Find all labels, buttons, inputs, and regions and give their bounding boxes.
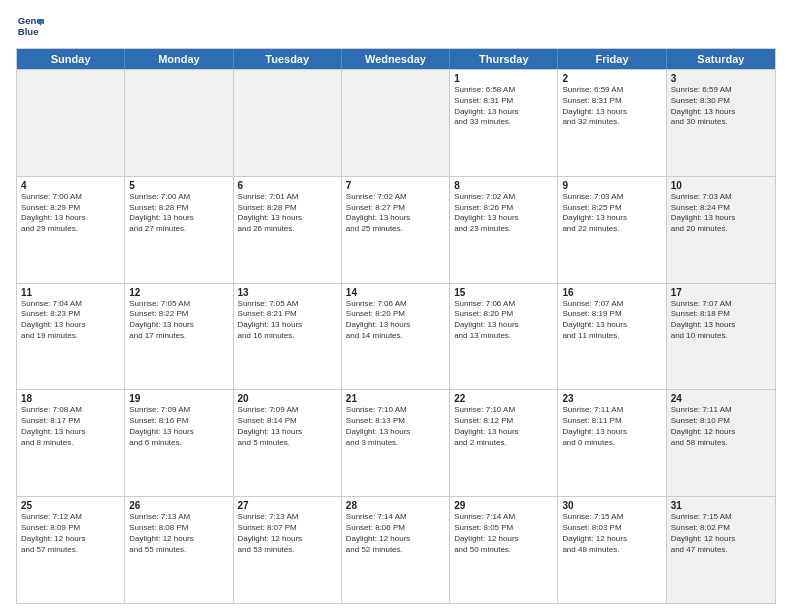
day-number: 3 <box>671 73 771 84</box>
day-number: 6 <box>238 180 337 191</box>
day-number: 11 <box>21 287 120 298</box>
page: General Blue SundayMondayTuesdayWednesda… <box>0 0 792 612</box>
calendar-cell: 8Sunrise: 7:02 AM Sunset: 8:26 PM Daylig… <box>450 177 558 283</box>
day-info: Sunrise: 7:05 AM Sunset: 8:22 PM Dayligh… <box>129 299 228 342</box>
day-number: 29 <box>454 500 553 511</box>
calendar-cell: 9Sunrise: 7:03 AM Sunset: 8:25 PM Daylig… <box>558 177 666 283</box>
day-info: Sunrise: 7:11 AM Sunset: 8:11 PM Dayligh… <box>562 405 661 448</box>
day-info: Sunrise: 6:58 AM Sunset: 8:31 PM Dayligh… <box>454 85 553 128</box>
day-number: 21 <box>346 393 445 404</box>
calendar-row: 25Sunrise: 7:12 AM Sunset: 8:09 PM Dayli… <box>17 496 775 603</box>
weekday-header: Sunday <box>17 49 125 69</box>
calendar-cell: 22Sunrise: 7:10 AM Sunset: 8:12 PM Dayli… <box>450 390 558 496</box>
day-info: Sunrise: 7:13 AM Sunset: 8:07 PM Dayligh… <box>238 512 337 555</box>
calendar-cell: 15Sunrise: 7:06 AM Sunset: 8:20 PM Dayli… <box>450 284 558 390</box>
weekday-header: Saturday <box>667 49 775 69</box>
day-info: Sunrise: 7:00 AM Sunset: 8:28 PM Dayligh… <box>129 192 228 235</box>
day-number: 23 <box>562 393 661 404</box>
calendar-cell: 1Sunrise: 6:58 AM Sunset: 8:31 PM Daylig… <box>450 70 558 176</box>
day-number: 12 <box>129 287 228 298</box>
calendar-cell: 13Sunrise: 7:05 AM Sunset: 8:21 PM Dayli… <box>234 284 342 390</box>
calendar-cell: 25Sunrise: 7:12 AM Sunset: 8:09 PM Dayli… <box>17 497 125 603</box>
day-info: Sunrise: 7:07 AM Sunset: 8:18 PM Dayligh… <box>671 299 771 342</box>
calendar-cell: 21Sunrise: 7:10 AM Sunset: 8:13 PM Dayli… <box>342 390 450 496</box>
calendar-row: 18Sunrise: 7:08 AM Sunset: 8:17 PM Dayli… <box>17 389 775 496</box>
calendar-cell: 18Sunrise: 7:08 AM Sunset: 8:17 PM Dayli… <box>17 390 125 496</box>
calendar-cell <box>234 70 342 176</box>
day-info: Sunrise: 7:02 AM Sunset: 8:27 PM Dayligh… <box>346 192 445 235</box>
calendar-cell: 14Sunrise: 7:06 AM Sunset: 8:20 PM Dayli… <box>342 284 450 390</box>
calendar-cell: 3Sunrise: 6:59 AM Sunset: 8:30 PM Daylig… <box>667 70 775 176</box>
day-number: 1 <box>454 73 553 84</box>
calendar-cell: 19Sunrise: 7:09 AM Sunset: 8:16 PM Dayli… <box>125 390 233 496</box>
day-info: Sunrise: 7:13 AM Sunset: 8:08 PM Dayligh… <box>129 512 228 555</box>
day-number: 7 <box>346 180 445 191</box>
calendar-cell: 10Sunrise: 7:03 AM Sunset: 8:24 PM Dayli… <box>667 177 775 283</box>
weekday-header: Tuesday <box>234 49 342 69</box>
calendar-header: SundayMondayTuesdayWednesdayThursdayFrid… <box>17 49 775 69</box>
weekday-header: Wednesday <box>342 49 450 69</box>
day-info: Sunrise: 6:59 AM Sunset: 8:30 PM Dayligh… <box>671 85 771 128</box>
day-number: 15 <box>454 287 553 298</box>
day-number: 5 <box>129 180 228 191</box>
logo: General Blue <box>16 12 44 40</box>
day-info: Sunrise: 7:06 AM Sunset: 8:20 PM Dayligh… <box>454 299 553 342</box>
day-info: Sunrise: 7:14 AM Sunset: 8:05 PM Dayligh… <box>454 512 553 555</box>
day-info: Sunrise: 7:09 AM Sunset: 8:16 PM Dayligh… <box>129 405 228 448</box>
calendar-cell: 26Sunrise: 7:13 AM Sunset: 8:08 PM Dayli… <box>125 497 233 603</box>
day-number: 10 <box>671 180 771 191</box>
calendar-row: 11Sunrise: 7:04 AM Sunset: 8:23 PM Dayli… <box>17 283 775 390</box>
calendar-cell: 27Sunrise: 7:13 AM Sunset: 8:07 PM Dayli… <box>234 497 342 603</box>
day-info: Sunrise: 7:00 AM Sunset: 8:29 PM Dayligh… <box>21 192 120 235</box>
day-info: Sunrise: 7:14 AM Sunset: 8:06 PM Dayligh… <box>346 512 445 555</box>
calendar-cell <box>342 70 450 176</box>
day-info: Sunrise: 7:15 AM Sunset: 8:03 PM Dayligh… <box>562 512 661 555</box>
day-number: 27 <box>238 500 337 511</box>
day-number: 30 <box>562 500 661 511</box>
day-info: Sunrise: 7:07 AM Sunset: 8:19 PM Dayligh… <box>562 299 661 342</box>
day-number: 9 <box>562 180 661 191</box>
calendar-cell: 20Sunrise: 7:09 AM Sunset: 8:14 PM Dayli… <box>234 390 342 496</box>
calendar-cell: 7Sunrise: 7:02 AM Sunset: 8:27 PM Daylig… <box>342 177 450 283</box>
calendar-cell: 11Sunrise: 7:04 AM Sunset: 8:23 PM Dayli… <box>17 284 125 390</box>
day-number: 8 <box>454 180 553 191</box>
day-info: Sunrise: 7:06 AM Sunset: 8:20 PM Dayligh… <box>346 299 445 342</box>
calendar-row: 1Sunrise: 6:58 AM Sunset: 8:31 PM Daylig… <box>17 69 775 176</box>
day-number: 22 <box>454 393 553 404</box>
calendar-cell: 28Sunrise: 7:14 AM Sunset: 8:06 PM Dayli… <box>342 497 450 603</box>
calendar-cell: 4Sunrise: 7:00 AM Sunset: 8:29 PM Daylig… <box>17 177 125 283</box>
calendar-cell: 17Sunrise: 7:07 AM Sunset: 8:18 PM Dayli… <box>667 284 775 390</box>
day-number: 13 <box>238 287 337 298</box>
calendar-cell: 6Sunrise: 7:01 AM Sunset: 8:28 PM Daylig… <box>234 177 342 283</box>
calendar-body: 1Sunrise: 6:58 AM Sunset: 8:31 PM Daylig… <box>17 69 775 603</box>
day-number: 17 <box>671 287 771 298</box>
day-info: Sunrise: 7:12 AM Sunset: 8:09 PM Dayligh… <box>21 512 120 555</box>
calendar-cell: 24Sunrise: 7:11 AM Sunset: 8:10 PM Dayli… <box>667 390 775 496</box>
day-info: Sunrise: 7:02 AM Sunset: 8:26 PM Dayligh… <box>454 192 553 235</box>
calendar-cell: 2Sunrise: 6:59 AM Sunset: 8:31 PM Daylig… <box>558 70 666 176</box>
day-info: Sunrise: 7:03 AM Sunset: 8:25 PM Dayligh… <box>562 192 661 235</box>
weekday-header: Thursday <box>450 49 558 69</box>
calendar-cell <box>17 70 125 176</box>
day-info: Sunrise: 7:15 AM Sunset: 8:02 PM Dayligh… <box>671 512 771 555</box>
day-info: Sunrise: 7:08 AM Sunset: 8:17 PM Dayligh… <box>21 405 120 448</box>
day-number: 25 <box>21 500 120 511</box>
calendar-row: 4Sunrise: 7:00 AM Sunset: 8:29 PM Daylig… <box>17 176 775 283</box>
day-info: Sunrise: 7:09 AM Sunset: 8:14 PM Dayligh… <box>238 405 337 448</box>
day-info: Sunrise: 7:10 AM Sunset: 8:12 PM Dayligh… <box>454 405 553 448</box>
weekday-header: Friday <box>558 49 666 69</box>
calendar-cell: 29Sunrise: 7:14 AM Sunset: 8:05 PM Dayli… <box>450 497 558 603</box>
calendar-cell: 12Sunrise: 7:05 AM Sunset: 8:22 PM Dayli… <box>125 284 233 390</box>
calendar-cell: 23Sunrise: 7:11 AM Sunset: 8:11 PM Dayli… <box>558 390 666 496</box>
weekday-header: Monday <box>125 49 233 69</box>
day-number: 26 <box>129 500 228 511</box>
calendar-cell: 5Sunrise: 7:00 AM Sunset: 8:28 PM Daylig… <box>125 177 233 283</box>
svg-text:Blue: Blue <box>18 26 39 37</box>
day-number: 16 <box>562 287 661 298</box>
day-number: 19 <box>129 393 228 404</box>
day-number: 28 <box>346 500 445 511</box>
day-number: 20 <box>238 393 337 404</box>
calendar-cell <box>125 70 233 176</box>
day-info: Sunrise: 7:03 AM Sunset: 8:24 PM Dayligh… <box>671 192 771 235</box>
day-number: 2 <box>562 73 661 84</box>
